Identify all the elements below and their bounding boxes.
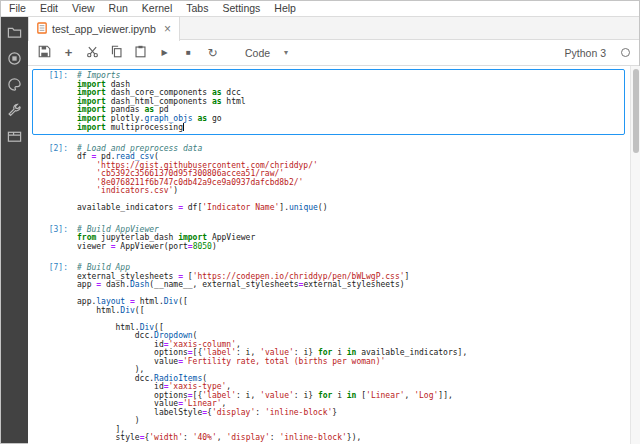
run-button[interactable]: ▶ [157,45,172,60]
code-line: html.Div([ [77,307,622,316]
insert-cell-button[interactable]: + [61,45,76,60]
code-line: ) [77,417,622,426]
stop-icon: ■ [186,49,191,57]
cell-editor[interactable]: # Build Appexternal_stylesheets = ['http… [75,263,624,444]
menu-item-file[interactable]: File [2,2,33,14]
cell-prompt: [3]: [33,225,75,253]
menu-item-help[interactable]: Help [267,2,303,14]
text-cursor [183,123,184,131]
code-line: style={'width': '40%', 'display': 'inlin… [77,434,622,443]
paste-icon [134,45,147,61]
main-area: test_app_viewer.ipynb × + [28,17,640,444]
body-row: test_app_viewer.ipynb × + [0,17,640,444]
cell-editor[interactable]: # Importsimport dashimport dash_core_com… [75,71,624,133]
tab-test-app-viewer[interactable]: test_app_viewer.ipynb × [28,17,180,41]
paste-cells-button[interactable] [133,45,148,60]
cell-type-value: Code [245,47,270,59]
cut-cells-button[interactable] [85,45,100,60]
jupyterlab-window: FileEditViewRunKernelTabsSettingsHelp [0,0,640,444]
notebook-cell[interactable]: [1]:# Importsimport dashimport dash_core… [32,69,625,135]
scrollbar[interactable] [630,66,640,444]
cell-prompt: [1]: [33,71,75,133]
notebook-cell[interactable]: [2]:# Load and preprocess datadf = pd.re… [32,142,625,216]
restart-icon: ↻ [207,47,217,59]
file-browser-icon[interactable] [7,25,22,40]
code-line: available_indicators = df['Indicator Nam… [77,204,622,213]
interrupt-kernel-button[interactable]: ■ [181,45,196,60]
cell-editor[interactable]: # Build AppViewerfrom jupyterlab_dash im… [75,225,624,253]
copy-cells-button[interactable] [109,45,124,60]
code-line: value='Fertility rate, total (births per… [77,358,622,367]
cell-tools-icon[interactable] [7,103,22,118]
notebook-panel: [1]:# Importsimport dashimport dash_core… [28,66,640,444]
cell-type-dropdown[interactable]: Code ▾ [245,47,288,59]
code-line: viewer = AppViewer(port=8050) [77,243,622,252]
notebook-cell[interactable]: [3]:# Build AppViewerfrom jupyterlab_das… [32,223,625,255]
code-line: import multiprocessing [77,123,622,132]
notebook-cells: [1]:# Importsimport dashimport dash_core… [28,66,630,444]
menu-item-run[interactable]: Run [102,2,135,14]
code-line: 'indicators.csv') [77,187,622,196]
restart-kernel-button[interactable]: ↻ [205,45,220,60]
cut-icon [86,45,99,61]
cell-prompt: [2]: [33,144,75,214]
tab-label: test_app_viewer.ipynb [52,23,156,35]
kernel-name[interactable]: Python 3 [565,47,606,59]
copy-icon [110,45,123,61]
menu-item-settings[interactable]: Settings [215,2,267,14]
code-line: labelStyle={'display': 'inline-block'} [77,409,622,418]
running-sessions-icon[interactable] [7,51,22,66]
command-palette-icon[interactable] [7,77,22,92]
notebook-cell[interactable]: [7]:# Build Appexternal_stylesheets = ['… [32,261,625,444]
add-icon: + [65,46,73,59]
menu-bar: FileEditViewRunKernelTabsSettingsHelp [0,0,640,17]
menu-item-edit[interactable]: Edit [33,2,65,14]
chevron-down-icon: ▾ [284,48,288,57]
open-tabs-icon[interactable] [7,129,22,144]
cell-prompt: [7]: [33,263,75,444]
close-icon[interactable]: × [161,23,171,35]
code-line: # Imports [77,72,622,81]
tab-bar: test_app_viewer.ipynb × [28,17,640,40]
save-icon [38,45,51,61]
run-icon: ▶ [161,49,167,57]
scrollbar-thumb[interactable] [633,69,639,153]
cell-editor[interactable]: # Load and preprocess datadf = pd.read_c… [75,144,624,214]
code-line: app = dash.Dash(__name__, external_style… [77,281,622,290]
notebook-toolbar: + ▶ ■ ↻ [28,40,640,66]
menu-item-tabs[interactable]: Tabs [179,2,215,14]
menu-item-kernel[interactable]: Kernel [135,2,179,14]
code-line: app.layout = html.Div([ [77,298,622,307]
menu-item-view[interactable]: View [65,2,102,14]
notebook-icon [37,22,47,36]
left-sidebar [0,17,28,444]
save-button[interactable] [37,45,52,60]
kernel-status-icon [621,48,630,57]
